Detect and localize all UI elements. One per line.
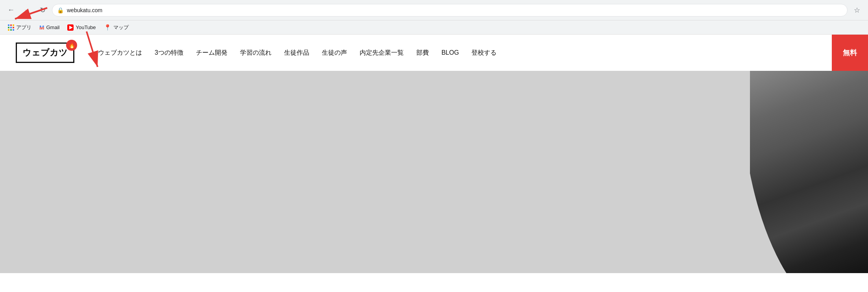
nav-about[interactable]: ウェブカツとは <box>98 49 142 57</box>
site-header: ウェブカツ 🔥 ウェブカツとは 3つの特徴 チーム開発 学習の流れ 生徒作品 生… <box>0 35 868 71</box>
back-button[interactable]: ← <box>5 4 17 17</box>
lock-icon: 🔒 <box>57 7 64 13</box>
bookmark-apps[interactable]: アプリ <box>5 22 35 33</box>
star-button[interactable]: ☆ <box>851 4 863 17</box>
url-text: webukatu.com <box>67 7 102 13</box>
youtube-icon <box>67 24 74 31</box>
address-bar[interactable]: 🔒 webukatu.com <box>52 4 848 17</box>
forward-icon: → <box>23 6 30 14</box>
site-nav: ウェブカツとは 3つの特徴 チーム開発 学習の流れ 生徒作品 生徒の声 内定先企… <box>98 49 852 57</box>
bookmark-youtube[interactable]: YouTube <box>64 23 99 32</box>
nav-student-voices[interactable]: 生徒の声 <box>322 49 347 57</box>
logo-badge-icon: 🔥 <box>68 42 75 48</box>
nav-blog[interactable]: BLOG <box>441 49 459 56</box>
cta-button[interactable]: 無料 <box>832 35 868 71</box>
website-content: ウェブカツ 🔥 ウェブカツとは 3つの特徴 チーム開発 学習の流れ 生徒作品 生… <box>0 35 868 273</box>
star-icon: ☆ <box>854 6 860 15</box>
nav-enroll[interactable]: 登校する <box>471 49 497 57</box>
bookmarks-bar: アプリ M Gmail YouTube 📍 マップ <box>0 20 868 35</box>
bookmark-gmail[interactable]: M Gmail <box>36 22 63 32</box>
nav-companies[interactable]: 内定先企業一覧 <box>360 49 404 57</box>
reload-button[interactable]: ↻ <box>36 4 49 17</box>
bookmark-maps[interactable]: 📍 マップ <box>101 22 132 33</box>
hero-person-image <box>750 71 868 273</box>
reload-icon: ↻ <box>40 6 46 15</box>
back-icon: ← <box>7 6 15 14</box>
youtube-play-icon <box>69 26 73 30</box>
site-logo: ウェブカツ 🔥 <box>16 43 74 63</box>
youtube-label: YouTube <box>76 24 96 30</box>
apps-grid-icon <box>8 24 14 31</box>
forward-button[interactable]: → <box>20 4 33 17</box>
browser-chrome: ← → ↻ 🔒 webukatu.com ☆ <box>0 0 868 35</box>
nav-team-dev[interactable]: チーム開発 <box>196 49 227 57</box>
maps-icon: 📍 <box>104 24 111 31</box>
cta-label: 無料 <box>843 48 857 57</box>
logo-badge: 🔥 <box>66 40 77 51</box>
gmail-label: Gmail <box>46 24 60 30</box>
apps-label: アプリ <box>16 24 31 31</box>
nav-features[interactable]: 3つの特徴 <box>155 49 183 57</box>
nav-learning-flow[interactable]: 学習の流れ <box>240 49 271 57</box>
nav-student-works[interactable]: 生徒作品 <box>284 49 309 57</box>
hero-area <box>0 71 868 273</box>
maps-label: マップ <box>113 24 129 31</box>
logo-text: ウェブカツ <box>22 47 68 59</box>
nav-bar: ← → ↻ 🔒 webukatu.com ☆ <box>0 0 868 20</box>
nav-fee[interactable]: 部費 <box>416 49 429 57</box>
gmail-icon: M <box>39 24 44 31</box>
